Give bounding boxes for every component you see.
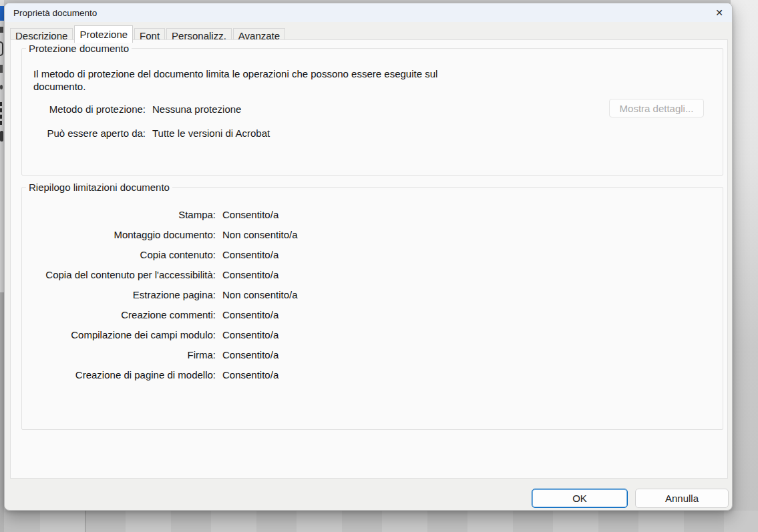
restriction-value: Consentito/a: [222, 309, 723, 320]
field-label: Metodo di protezione:: [33, 103, 146, 115]
field-label: Può essere aperto da:: [33, 127, 146, 139]
restriction-row-commenti: Creazione commenti: Consentito/a: [22, 304, 723, 324]
show-details-button[interactable]: Mostra dettagli...: [609, 99, 704, 117]
restriction-value: Non consentito/a: [222, 289, 723, 300]
protection-description: Il metodo di protezione del documento li…: [33, 67, 444, 93]
restriction-label: Compilazione dei campi modulo:: [22, 329, 216, 340]
document-properties-dialog: Proprietà documento ✕ Descrizione Protez…: [4, 3, 733, 511]
restriction-row-stampa: Stampa: Consentito/a: [22, 204, 723, 224]
field-value: Tutte le versioni di Acrobat: [152, 127, 270, 139]
restriction-value: Consentito/a: [222, 349, 723, 360]
tab-protezione[interactable]: Protezione: [74, 25, 133, 43]
protezione-tab-page: Protezione documento Il metodo di protez…: [10, 39, 728, 479]
restriction-label: Copia contenuto:: [22, 249, 216, 260]
restriction-value: Consentito/a: [222, 369, 723, 380]
restriction-label: Firma:: [22, 349, 216, 360]
restriction-value: Consentito/a: [222, 209, 723, 220]
restriction-rows: Stampa: Consentito/a Montaggio documento…: [22, 204, 723, 384]
close-icon[interactable]: ✕: [709, 4, 729, 21]
restriction-value: Consentito/a: [222, 269, 723, 280]
restriction-value: Consentito/a: [222, 249, 723, 260]
restriction-label: Stampa:: [22, 209, 216, 220]
dialog-title: Proprietà documento: [13, 8, 97, 18]
restrictions-group-title: Riepilogo limitazioni documento: [26, 182, 172, 193]
restriction-value: Consentito/a: [222, 329, 723, 340]
restriction-row-campi-modulo: Compilazione dei campi modulo: Consentit…: [22, 324, 723, 344]
restriction-row-estrazione: Estrazione pagina: Non consentito/a: [22, 284, 723, 304]
field-aperto-da: Può essere aperto da: Tutte le versioni …: [33, 127, 270, 139]
protection-fields: Metodo di protezione: Nessuna protezione…: [33, 103, 270, 152]
toolbar-icon-fragment: [0, 41, 3, 56]
cancel-button[interactable]: Annulla: [635, 489, 729, 508]
toolbar-icon-fragment: [0, 27, 3, 33]
toolbar-icon-fragment: [0, 102, 2, 125]
toolbar-icon-fragment: [0, 85, 3, 89]
ok-button[interactable]: OK: [532, 489, 628, 508]
restriction-row-firma: Firma: Consentito/a: [22, 344, 723, 364]
app-background-bottom: [0, 511, 758, 532]
field-value: Nessuna protezione: [152, 103, 270, 115]
app-background-right: [731, 0, 758, 532]
toolbar-icon-fragment: [0, 65, 3, 73]
restriction-label: Montaggio documento:: [22, 229, 216, 240]
restriction-value: Non consentito/a: [222, 229, 723, 240]
protection-groupbox: Protezione documento Il metodo di protez…: [21, 48, 723, 176]
restriction-row-copia-contenuto: Copia contenuto: Consentito/a: [22, 244, 723, 264]
field-metodo-protezione: Metodo di protezione: Nessuna protezione: [33, 103, 270, 115]
app-panel-divider: [85, 511, 85, 532]
restriction-row-pagine-modello: Creazione di pagine di modello: Consenti…: [22, 364, 723, 384]
restriction-row-copia-accessibilita: Copia del contenuto per l'accessibilità:…: [22, 264, 723, 284]
restriction-label: Creazione di pagine di modello:: [22, 369, 216, 380]
restriction-label: Estrazione pagina:: [22, 289, 216, 300]
restrictions-groupbox: Riepilogo limitazioni documento Stampa: …: [21, 187, 723, 430]
dialog-titlebar: Proprietà documento ✕: [5, 3, 732, 22]
toolbar-icon-fragment: [0, 131, 3, 142]
protection-group-title: Protezione documento: [26, 43, 132, 54]
restriction-label: Copia del contenuto per l'accessibilità:: [22, 269, 216, 280]
restriction-label: Creazione commenti:: [22, 309, 216, 320]
restriction-row-montaggio: Montaggio documento: Non consentito/a: [22, 224, 723, 244]
